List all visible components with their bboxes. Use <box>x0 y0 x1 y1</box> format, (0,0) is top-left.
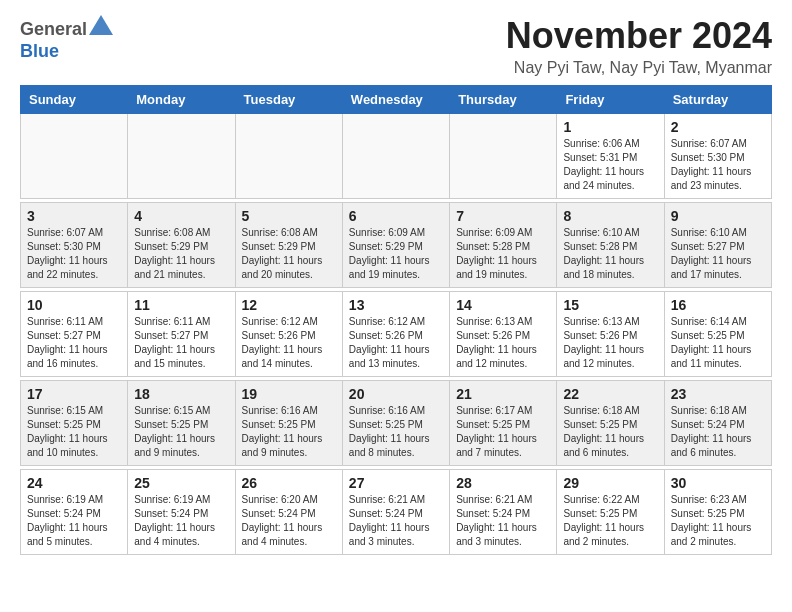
day-info: Sunrise: 6:21 AM Sunset: 5:24 PM Dayligh… <box>456 493 550 549</box>
day-number: 27 <box>349 475 443 491</box>
location: Nay Pyi Taw, Nay Pyi Taw, Myanmar <box>506 59 772 77</box>
day-info: Sunrise: 6:06 AM Sunset: 5:31 PM Dayligh… <box>563 137 657 193</box>
day-cell: 14Sunrise: 6:13 AM Sunset: 5:26 PM Dayli… <box>450 292 557 377</box>
day-number: 11 <box>134 297 228 313</box>
day-number: 4 <box>134 208 228 224</box>
day-number: 26 <box>242 475 336 491</box>
day-info: Sunrise: 6:22 AM Sunset: 5:25 PM Dayligh… <box>563 493 657 549</box>
week-row-1: 1Sunrise: 6:06 AM Sunset: 5:31 PM Daylig… <box>21 114 772 199</box>
col-header-sunday: Sunday <box>21 86 128 114</box>
day-number: 18 <box>134 386 228 402</box>
week-row-3: 10Sunrise: 6:11 AM Sunset: 5:27 PM Dayli… <box>21 292 772 377</box>
day-cell: 16Sunrise: 6:14 AM Sunset: 5:25 PM Dayli… <box>664 292 771 377</box>
logo: General Blue <box>20 15 113 62</box>
logo-blue: Blue <box>20 41 59 61</box>
day-info: Sunrise: 6:10 AM Sunset: 5:27 PM Dayligh… <box>671 226 765 282</box>
day-cell: 4Sunrise: 6:08 AM Sunset: 5:29 PM Daylig… <box>128 203 235 288</box>
day-info: Sunrise: 6:12 AM Sunset: 5:26 PM Dayligh… <box>242 315 336 371</box>
day-cell: 5Sunrise: 6:08 AM Sunset: 5:29 PM Daylig… <box>235 203 342 288</box>
day-info: Sunrise: 6:07 AM Sunset: 5:30 PM Dayligh… <box>671 137 765 193</box>
day-number: 10 <box>27 297 121 313</box>
day-cell: 26Sunrise: 6:20 AM Sunset: 5:24 PM Dayli… <box>235 470 342 555</box>
day-info: Sunrise: 6:09 AM Sunset: 5:28 PM Dayligh… <box>456 226 550 282</box>
day-info: Sunrise: 6:16 AM Sunset: 5:25 PM Dayligh… <box>349 404 443 460</box>
day-number: 5 <box>242 208 336 224</box>
day-cell <box>21 114 128 199</box>
col-header-friday: Friday <box>557 86 664 114</box>
day-cell: 2Sunrise: 6:07 AM Sunset: 5:30 PM Daylig… <box>664 114 771 199</box>
day-info: Sunrise: 6:18 AM Sunset: 5:25 PM Dayligh… <box>563 404 657 460</box>
day-number: 15 <box>563 297 657 313</box>
day-cell: 7Sunrise: 6:09 AM Sunset: 5:28 PM Daylig… <box>450 203 557 288</box>
page: General Blue November 2024 Nay Pyi Taw, … <box>0 0 792 570</box>
day-info: Sunrise: 6:12 AM Sunset: 5:26 PM Dayligh… <box>349 315 443 371</box>
day-number: 24 <box>27 475 121 491</box>
day-number: 13 <box>349 297 443 313</box>
svg-marker-0 <box>89 15 113 35</box>
day-cell: 13Sunrise: 6:12 AM Sunset: 5:26 PM Dayli… <box>342 292 449 377</box>
day-number: 12 <box>242 297 336 313</box>
day-info: Sunrise: 6:19 AM Sunset: 5:24 PM Dayligh… <box>27 493 121 549</box>
day-number: 16 <box>671 297 765 313</box>
day-cell: 1Sunrise: 6:06 AM Sunset: 5:31 PM Daylig… <box>557 114 664 199</box>
day-cell <box>235 114 342 199</box>
day-cell: 23Sunrise: 6:18 AM Sunset: 5:24 PM Dayli… <box>664 381 771 466</box>
day-cell: 8Sunrise: 6:10 AM Sunset: 5:28 PM Daylig… <box>557 203 664 288</box>
day-cell: 3Sunrise: 6:07 AM Sunset: 5:30 PM Daylig… <box>21 203 128 288</box>
day-info: Sunrise: 6:09 AM Sunset: 5:29 PM Dayligh… <box>349 226 443 282</box>
day-info: Sunrise: 6:21 AM Sunset: 5:24 PM Dayligh… <box>349 493 443 549</box>
day-info: Sunrise: 6:17 AM Sunset: 5:25 PM Dayligh… <box>456 404 550 460</box>
day-cell: 19Sunrise: 6:16 AM Sunset: 5:25 PM Dayli… <box>235 381 342 466</box>
day-cell: 22Sunrise: 6:18 AM Sunset: 5:25 PM Dayli… <box>557 381 664 466</box>
day-number: 14 <box>456 297 550 313</box>
day-number: 25 <box>134 475 228 491</box>
day-number: 30 <box>671 475 765 491</box>
day-info: Sunrise: 6:15 AM Sunset: 5:25 PM Dayligh… <box>27 404 121 460</box>
day-cell: 20Sunrise: 6:16 AM Sunset: 5:25 PM Dayli… <box>342 381 449 466</box>
col-header-wednesday: Wednesday <box>342 86 449 114</box>
week-row-2: 3Sunrise: 6:07 AM Sunset: 5:30 PM Daylig… <box>21 203 772 288</box>
day-cell: 9Sunrise: 6:10 AM Sunset: 5:27 PM Daylig… <box>664 203 771 288</box>
day-cell: 12Sunrise: 6:12 AM Sunset: 5:26 PM Dayli… <box>235 292 342 377</box>
day-number: 22 <box>563 386 657 402</box>
day-number: 19 <box>242 386 336 402</box>
day-info: Sunrise: 6:08 AM Sunset: 5:29 PM Dayligh… <box>134 226 228 282</box>
day-info: Sunrise: 6:15 AM Sunset: 5:25 PM Dayligh… <box>134 404 228 460</box>
day-number: 23 <box>671 386 765 402</box>
day-number: 29 <box>563 475 657 491</box>
day-cell: 10Sunrise: 6:11 AM Sunset: 5:27 PM Dayli… <box>21 292 128 377</box>
day-info: Sunrise: 6:11 AM Sunset: 5:27 PM Dayligh… <box>27 315 121 371</box>
day-number: 17 <box>27 386 121 402</box>
col-header-monday: Monday <box>128 86 235 114</box>
day-number: 21 <box>456 386 550 402</box>
day-info: Sunrise: 6:23 AM Sunset: 5:25 PM Dayligh… <box>671 493 765 549</box>
day-number: 6 <box>349 208 443 224</box>
day-cell: 21Sunrise: 6:17 AM Sunset: 5:25 PM Dayli… <box>450 381 557 466</box>
day-cell <box>342 114 449 199</box>
title-section: November 2024 Nay Pyi Taw, Nay Pyi Taw, … <box>506 15 772 77</box>
header: General Blue November 2024 Nay Pyi Taw, … <box>20 15 772 77</box>
col-header-saturday: Saturday <box>664 86 771 114</box>
day-number: 28 <box>456 475 550 491</box>
day-cell: 28Sunrise: 6:21 AM Sunset: 5:24 PM Dayli… <box>450 470 557 555</box>
day-cell: 29Sunrise: 6:22 AM Sunset: 5:25 PM Dayli… <box>557 470 664 555</box>
day-number: 20 <box>349 386 443 402</box>
day-cell: 24Sunrise: 6:19 AM Sunset: 5:24 PM Dayli… <box>21 470 128 555</box>
day-info: Sunrise: 6:16 AM Sunset: 5:25 PM Dayligh… <box>242 404 336 460</box>
day-number: 1 <box>563 119 657 135</box>
col-header-tuesday: Tuesday <box>235 86 342 114</box>
day-info: Sunrise: 6:11 AM Sunset: 5:27 PM Dayligh… <box>134 315 228 371</box>
day-info: Sunrise: 6:13 AM Sunset: 5:26 PM Dayligh… <box>456 315 550 371</box>
day-cell: 11Sunrise: 6:11 AM Sunset: 5:27 PM Dayli… <box>128 292 235 377</box>
day-cell: 30Sunrise: 6:23 AM Sunset: 5:25 PM Dayli… <box>664 470 771 555</box>
day-info: Sunrise: 6:08 AM Sunset: 5:29 PM Dayligh… <box>242 226 336 282</box>
day-cell: 25Sunrise: 6:19 AM Sunset: 5:24 PM Dayli… <box>128 470 235 555</box>
day-cell: 6Sunrise: 6:09 AM Sunset: 5:29 PM Daylig… <box>342 203 449 288</box>
day-cell: 15Sunrise: 6:13 AM Sunset: 5:26 PM Dayli… <box>557 292 664 377</box>
day-info: Sunrise: 6:19 AM Sunset: 5:24 PM Dayligh… <box>134 493 228 549</box>
day-cell: 17Sunrise: 6:15 AM Sunset: 5:25 PM Dayli… <box>21 381 128 466</box>
day-number: 7 <box>456 208 550 224</box>
month-title: November 2024 <box>506 15 772 57</box>
logo-icon <box>89 15 113 35</box>
day-info: Sunrise: 6:18 AM Sunset: 5:24 PM Dayligh… <box>671 404 765 460</box>
